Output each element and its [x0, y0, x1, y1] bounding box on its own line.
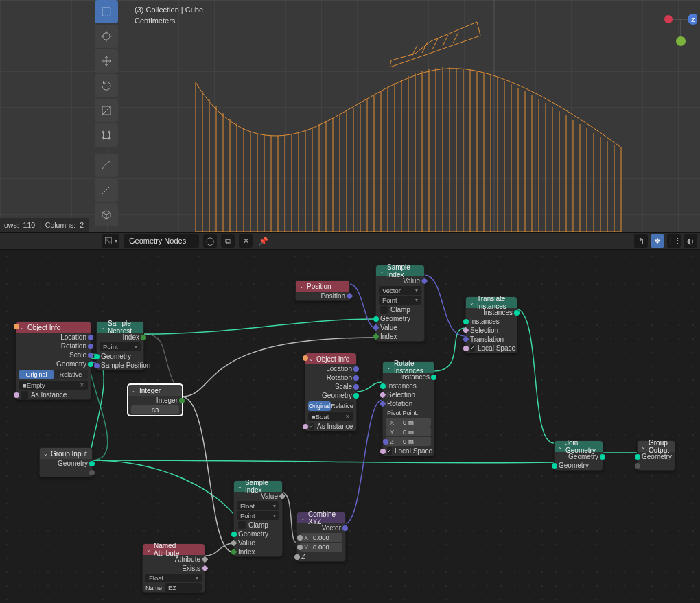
svg-point-91: [106, 239, 108, 240]
svg-point-73: [103, 33, 110, 40]
tool-add-cube[interactable]: [95, 203, 118, 226]
node-join-geometry[interactable]: ⌄Join Geometry Geometry Geometry: [554, 440, 603, 471]
pin-icon[interactable]: 📌: [257, 234, 270, 248]
tab-original[interactable]: Original: [19, 370, 54, 379]
duplicate-icon[interactable]: ⧉: [221, 234, 235, 248]
node-title: Group Input: [51, 450, 87, 458]
svg-text:Z: Z: [691, 16, 695, 23]
node-title: Object Info: [316, 355, 349, 363]
node-sample-index-1[interactable]: ⌄Sample Index Value Vector▾ Point▾ Clamp…: [375, 265, 425, 342]
snap-toggle[interactable]: ❖: [651, 234, 664, 248]
shield-icon[interactable]: ◯: [203, 234, 217, 248]
svg-rect-72: [102, 8, 110, 16]
overlay-units: Centimeters: [135, 15, 203, 26]
rows-value: 110: [23, 221, 36, 229]
node-title: Integer: [139, 387, 161, 394]
node-object-info-1[interactable]: ⌄Object Info Location Rotation Scale Geo…: [16, 321, 91, 400]
overlay-toggle[interactable]: ◐: [684, 234, 697, 248]
tab-relative[interactable]: Relative: [54, 370, 88, 379]
tool-select-box[interactable]: [95, 0, 118, 23]
cols-label: Columns:: [45, 221, 75, 229]
tool-cursor[interactable]: [95, 25, 118, 48]
nodegroup-name[interactable]: Geometry Nodes: [124, 234, 199, 248]
spreadsheet-status: ows: 110 | Columns: 2: [0, 218, 89, 232]
domain-dropdown[interactable]: Point▾: [100, 342, 141, 351]
tool-rotate[interactable]: [95, 74, 118, 97]
tool-transform[interactable]: [95, 123, 118, 147]
node-group-output[interactable]: ⌄Group Output Geometry: [637, 440, 675, 471]
viewport-3d[interactable]: (3) Collection | Cube Centimeters Z: [0, 0, 700, 232]
svg-point-89: [676, 36, 686, 46]
unlink-icon[interactable]: ✕: [239, 234, 253, 248]
node-rotate-instances[interactable]: ⌄Rotate Instances Instances Instances Se…: [382, 361, 434, 456]
tool-move[interactable]: [95, 49, 118, 73]
parent-tree-icon[interactable]: ↰: [634, 234, 648, 248]
node-group-input[interactable]: ⌄Group Input Geometry: [39, 447, 93, 477]
overlay-object-path: (3) Collection | Cube: [135, 4, 203, 15]
node-title: Position: [307, 283, 331, 290]
svg-rect-79: [104, 132, 110, 139]
node-integer[interactable]: ⌄Integer Integer 63: [128, 384, 183, 416]
attr-name-input[interactable]: EZ: [165, 583, 202, 592]
rows-label: ows:: [4, 221, 19, 229]
node-editor-header: ▾ Geometry Nodes ◯ ⧉ ✕ 📌 ↰ ❖ ⋮⋮ ◐: [0, 232, 700, 250]
tool-measure[interactable]: [95, 178, 118, 202]
node-sample-nearest[interactable]: ⌄Sample Nearest Index Point▾ Geometry Sa…: [96, 321, 144, 370]
node-editor-canvas[interactable]: ⌄Object Info Location Rotation Scale Geo…: [0, 250, 700, 603]
svg-rect-90: [105, 237, 111, 244]
cols-value: 2: [80, 221, 84, 229]
tool-annotate[interactable]: [95, 154, 118, 177]
svg-point-92: [109, 241, 110, 243]
node-combine-xyz[interactable]: ⌄Combine XYZ Vector X0.000 Y0.000 Z: [296, 512, 346, 562]
editor-type-dropdown[interactable]: ▾: [102, 234, 119, 248]
navigation-gizmo[interactable]: Z: [664, 3, 697, 51]
node-position[interactable]: ⌄Position Position: [295, 280, 350, 301]
snap-options[interactable]: ⋮⋮: [667, 234, 681, 248]
svg-point-86: [664, 15, 673, 23]
integer-value[interactable]: 63: [131, 405, 179, 414]
object-picker[interactable]: ■ Empty✕: [19, 381, 88, 390]
type-dropdown[interactable]: Float▾: [145, 574, 202, 582]
tool-scale[interactable]: [95, 99, 118, 122]
node-object-info-2[interactable]: ⌄Object Info Location Rotation Scale Geo…: [305, 353, 357, 431]
node-title: Object Info: [27, 324, 60, 331]
node-translate-instances[interactable]: ⌄Translate Instances Instances Instances…: [465, 296, 517, 353]
node-sample-index-2[interactable]: ⌄Sample Index Value Float▾ Point▾ Clamp …: [233, 480, 283, 557]
viewport-toolbar: [95, 0, 122, 226]
viewport-overlay-text: (3) Collection | Cube Centimeters: [135, 4, 203, 26]
node-named-attribute[interactable]: ⌄Named Attribute Attribute Exists Float▾…: [142, 543, 205, 593]
